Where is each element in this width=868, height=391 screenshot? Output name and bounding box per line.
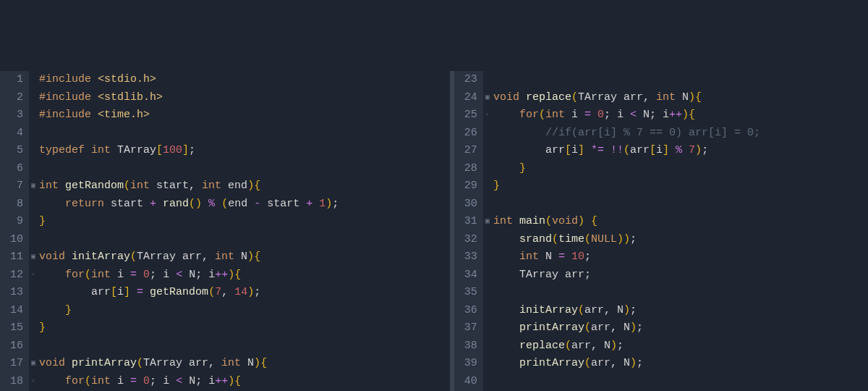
token-id: end — [228, 198, 254, 210]
line-number: 38 — [454, 337, 477, 356]
token-paren: ) — [228, 375, 234, 387]
code-line[interactable] — [39, 160, 450, 178]
token-id — [39, 269, 65, 281]
code-line[interactable]: return start + rand() % (end - start + 1… — [39, 196, 450, 214]
code-line[interactable]: int getRandom(int start, int end){ — [39, 177, 450, 196]
token-id: i — [117, 269, 130, 281]
fold-column-left[interactable]: ▣▣▫▣▫ — [29, 71, 38, 391]
fold-column-right[interactable]: ▣▫▣ — [483, 71, 492, 391]
code-line[interactable]: replace(arr, N); — [493, 337, 868, 356]
code-line[interactable] — [493, 196, 868, 214]
code-line[interactable]: #include <stdio.h> — [39, 71, 450, 89]
code-line[interactable] — [39, 125, 450, 143]
fold-marker[interactable]: ▣ — [29, 177, 38, 196]
line-number: 24 — [454, 89, 477, 107]
code-line[interactable]: } — [493, 160, 868, 178]
code-line[interactable]: typedef int TArray[100]; — [39, 142, 450, 160]
code-line[interactable]: for(int i = 0; i < N; i++){ — [39, 373, 450, 391]
token-num: 100 — [163, 144, 182, 156]
token-id — [493, 233, 519, 245]
fold-marker — [483, 302, 492, 320]
fold-marker — [29, 106, 38, 125]
code-line[interactable]: int N = 10; — [493, 248, 868, 266]
editor-pane-left[interactable]: 12345678910111213141516171819202122 ▣▣▫▣… — [0, 71, 450, 391]
code-line[interactable]: initArray(arr, N); — [493, 302, 868, 320]
code-line[interactable]: for(int i = 0; i < N; i++){ — [493, 106, 868, 125]
code-line[interactable]: TArray arr; — [493, 266, 868, 285]
token-num: 0 — [143, 375, 150, 387]
fold-marker[interactable]: ▣ — [29, 355, 38, 373]
token-id: N — [643, 109, 650, 121]
code-line[interactable]: int main(void) { — [493, 213, 868, 231]
fold-marker — [29, 71, 38, 89]
code-line[interactable]: } — [493, 177, 868, 196]
token-paren: ) — [624, 304, 630, 316]
token-id — [130, 286, 137, 298]
code-area-left[interactable]: #include <stdio.h>#include <stdlib.h>#in… — [38, 71, 450, 391]
fold-marker[interactable]: ▣ — [483, 89, 492, 107]
fold-marker — [29, 142, 38, 160]
token-brace: } — [39, 215, 46, 227]
editor-pane-right[interactable]: 2324252627282930313233343536373839404142… — [454, 71, 868, 391]
token-kw: for — [65, 269, 85, 281]
code-line[interactable] — [493, 373, 868, 391]
code-line[interactable]: #include <stdlib.h> — [39, 89, 450, 107]
code-line[interactable]: void replace(TArray arr, int N){ — [493, 89, 868, 107]
token-id: N — [247, 357, 254, 369]
code-line[interactable]: } — [39, 302, 450, 320]
token-type: int — [656, 91, 682, 104]
fold-marker — [29, 125, 38, 143]
token-type: int — [202, 180, 228, 192]
code-area-right[interactable]: void replace(TArray arr, int N){ for(int… — [492, 71, 868, 391]
fold-marker[interactable]: ▣ — [483, 213, 492, 231]
token-id: i — [656, 144, 663, 156]
fold-marker[interactable]: ▫ — [483, 106, 492, 125]
code-line[interactable]: arr[i] = getRandom(7, 14); — [39, 284, 450, 302]
code-line[interactable]: arr[i] *= !!(arr[i] % 7); — [493, 142, 868, 160]
token-id: i — [117, 375, 130, 387]
token-type: void — [39, 357, 72, 369]
code-line[interactable]: } — [39, 213, 450, 231]
code-line[interactable] — [493, 284, 868, 302]
token-brace: { — [260, 357, 267, 369]
code-line[interactable] — [39, 337, 450, 356]
line-number: 27 — [454, 142, 477, 160]
fold-marker[interactable]: ▣ — [29, 248, 38, 266]
token-paren: ( — [130, 251, 137, 263]
token-id — [493, 162, 519, 175]
token-op: = — [130, 375, 143, 387]
token-id: arr — [493, 144, 565, 156]
fold-marker[interactable]: ▫ — [29, 373, 38, 391]
token-type: int — [91, 144, 117, 156]
code-line[interactable]: void printArray(TArray arr, int N){ — [39, 355, 450, 373]
code-line[interactable]: void initArray(TArray arr, int N){ — [39, 248, 450, 266]
token-id: N — [189, 269, 195, 281]
code-line[interactable] — [493, 71, 868, 89]
code-line[interactable]: printArray(arr, N); — [493, 355, 868, 373]
line-number: 37 — [454, 319, 477, 337]
line-number: 31 — [454, 213, 477, 231]
code-line[interactable]: for(int i = 0; i < N; i++){ — [39, 266, 450, 285]
fold-marker[interactable]: ▫ — [29, 266, 38, 285]
code-line[interactable]: printArray(arr, N); — [493, 319, 868, 337]
code-line[interactable]: srand(time(NULL)); — [493, 231, 868, 249]
token-op: ++ — [215, 375, 228, 387]
code-line[interactable]: //if(arr[i] % 7 == 0) arr[i] = 0; — [493, 125, 868, 143]
line-number: 8 — [0, 196, 23, 214]
line-number: 30 — [454, 196, 477, 214]
code-line[interactable]: #include <time.h> — [39, 106, 450, 125]
token-id: start — [156, 180, 189, 192]
token-paren: ( — [85, 375, 91, 387]
token-brace: { — [689, 109, 695, 121]
code-line[interactable]: } — [39, 319, 450, 337]
fold-marker — [29, 89, 38, 107]
token-semi: ; — [617, 340, 624, 352]
token-semi: ; — [332, 198, 339, 210]
token-semi: , — [221, 286, 234, 298]
token-id — [493, 321, 519, 334]
line-number: 4 — [0, 125, 23, 143]
token-semi: ; — [584, 251, 591, 263]
token-id: i — [117, 286, 124, 298]
token-op: < — [630, 109, 643, 121]
code-line[interactable] — [39, 231, 450, 249]
